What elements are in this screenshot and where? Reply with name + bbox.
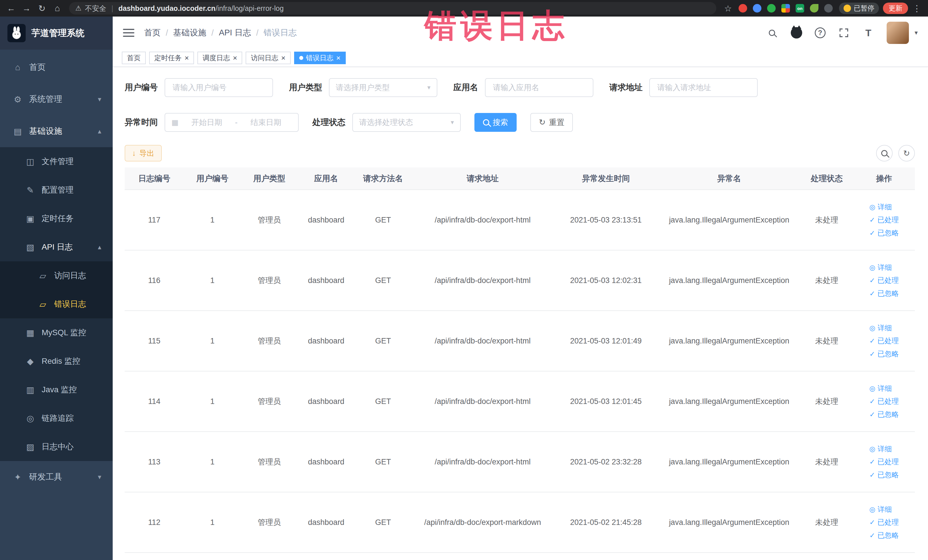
bookmark-star-icon[interactable]: ☆ bbox=[721, 2, 735, 15]
close-icon[interactable]: × bbox=[233, 54, 237, 62]
sidebar-item-home[interactable]: ⌂首页 bbox=[0, 51, 113, 83]
sidebar-item-redis-monitor[interactable]: ◆Redis 监控 bbox=[0, 347, 113, 375]
breadcrumb-item[interactable]: 首页 bbox=[144, 27, 160, 38]
infra-icon: ▤ bbox=[11, 127, 24, 136]
reset-button[interactable]: ↻ 重置 bbox=[530, 113, 573, 132]
extension-leaf-icon[interactable] bbox=[810, 4, 818, 12]
api-log-icon: ▧ bbox=[24, 242, 37, 252]
github-icon[interactable] bbox=[791, 27, 802, 38]
back-icon[interactable]: ← bbox=[4, 2, 18, 15]
breadcrumb: 首页/基础设施/API 日志/错误日志 bbox=[144, 27, 297, 38]
check-icon: ✓ bbox=[869, 290, 875, 297]
extension-paw-icon[interactable] bbox=[824, 4, 833, 12]
update-button[interactable]: 更新 bbox=[883, 3, 908, 14]
sidebar-item-file-mgmt[interactable]: ◫文件管理 bbox=[0, 147, 113, 176]
sidebar-toggle-icon[interactable] bbox=[123, 29, 134, 37]
close-icon[interactable]: × bbox=[281, 54, 285, 62]
user-avatar[interactable] bbox=[887, 22, 909, 44]
top-navbar: 首页/基础设施/API 日志/错误日志 ? T ▾ bbox=[113, 17, 928, 49]
user-id-label: 用户编号 bbox=[125, 82, 158, 93]
sidebar-item-config-mgmt[interactable]: ✎配置管理 bbox=[0, 176, 113, 204]
select-placeholder: 请选择处理状态 bbox=[359, 117, 413, 128]
extension-grid-icon[interactable] bbox=[781, 4, 790, 12]
fullscreen-icon[interactable] bbox=[838, 26, 850, 39]
home-icon[interactable]: ⌂ bbox=[50, 2, 64, 15]
processed-link[interactable]: ✓已处理 bbox=[869, 456, 899, 467]
cell-id: 112 bbox=[125, 492, 184, 552]
user-id-input[interactable] bbox=[165, 78, 273, 97]
processed-link[interactable]: ✓已处理 bbox=[869, 517, 899, 528]
breadcrumb-item[interactable]: API 日志 bbox=[219, 27, 251, 38]
file-icon: ◫ bbox=[24, 157, 37, 166]
sidebar-item-access-log[interactable]: ▱访问日志 bbox=[0, 261, 113, 290]
help-icon[interactable]: ? bbox=[815, 27, 826, 38]
sidebar-item-infrastructure[interactable]: ▤基础设施▴ bbox=[0, 115, 113, 147]
user-type-select[interactable]: 请选择用户类型 ▾ bbox=[329, 78, 437, 97]
chevron-up-icon: ▴ bbox=[98, 243, 101, 251]
search-icon[interactable] bbox=[766, 26, 778, 39]
font-size-icon[interactable]: T bbox=[862, 26, 875, 39]
breadcrumb-item[interactable]: 基础设施 bbox=[173, 27, 206, 38]
extension-green-icon[interactable] bbox=[767, 4, 776, 12]
process-status-select[interactable]: 请选择处理状态 ▾ bbox=[352, 113, 461, 132]
tab-job-log[interactable]: 调度日志× bbox=[197, 52, 242, 64]
check-icon: ✓ bbox=[869, 217, 875, 223]
app-name-label: 应用名 bbox=[453, 82, 478, 93]
close-icon[interactable]: × bbox=[336, 54, 340, 62]
emoji-face-icon bbox=[844, 5, 851, 12]
close-icon[interactable]: × bbox=[185, 54, 189, 62]
sidebar-item-trace[interactable]: ◎链路追踪 bbox=[0, 404, 113, 432]
ignored-link[interactable]: ✓已忽略 bbox=[869, 409, 899, 420]
processed-link[interactable]: ✓已处理 bbox=[869, 336, 899, 346]
detail-link[interactable]: ◎详细 bbox=[869, 504, 892, 515]
security-label[interactable]: 不安全 bbox=[85, 4, 107, 13]
detail-link[interactable]: ◎详细 bbox=[869, 202, 892, 212]
extension-drop-icon[interactable] bbox=[753, 4, 762, 12]
detail-link[interactable]: ◎详细 bbox=[869, 262, 892, 273]
app-title: 芋道管理系统 bbox=[31, 27, 84, 39]
sidebar-item-api-log[interactable]: ▧API 日志▴ bbox=[0, 233, 113, 261]
ignored-link[interactable]: ✓已忽略 bbox=[869, 470, 899, 481]
address-bar[interactable]: ⚠ 不安全 | dashboard.yudao.iocoder.cn/infra… bbox=[69, 2, 716, 15]
sidebar-item-log-center[interactable]: ▨日志中心 bbox=[0, 432, 113, 461]
cell-actions: ◎详细✓已处理✓已忽略 bbox=[853, 371, 915, 432]
tab-access-log[interactable]: 访问日志× bbox=[246, 52, 290, 64]
cell-exception: java.lang.IllegalArgumentException bbox=[658, 311, 800, 371]
processed-link[interactable]: ✓已处理 bbox=[869, 275, 899, 286]
app-logo[interactable]: 芋道管理系统 bbox=[0, 17, 113, 50]
sidebar-item-mysql-monitor[interactable]: ▦MySQL 监控 bbox=[0, 318, 113, 347]
breadcrumb-separator: / bbox=[166, 28, 168, 38]
request-url-input[interactable] bbox=[649, 78, 758, 97]
ignored-link[interactable]: ✓已忽略 bbox=[869, 227, 899, 238]
sidebar-item-system-mgmt[interactable]: ⚙系统管理▾ bbox=[0, 83, 113, 115]
chevron-down-icon[interactable]: ▾ bbox=[914, 29, 918, 37]
ignored-link[interactable]: ✓已忽略 bbox=[869, 530, 899, 541]
sidebar-item-java-monitor[interactable]: ▥Java 监控 bbox=[0, 375, 113, 404]
paused-badge[interactable]: 已暂停 bbox=[839, 3, 879, 14]
reload-icon[interactable]: ↻ bbox=[35, 2, 49, 15]
browser-menu-icon[interactable]: ⋮ bbox=[910, 2, 924, 15]
export-button[interactable]: ↓ 导出 bbox=[125, 145, 162, 162]
tab-home[interactable]: 首页 bbox=[122, 52, 146, 64]
refresh-button[interactable]: ↻ bbox=[898, 145, 915, 162]
search-button[interactable]: 搜索 bbox=[475, 113, 517, 132]
sidebar-item-scheduled-task[interactable]: ▣定时任务 bbox=[0, 204, 113, 233]
extension-vpn-icon[interactable]: on bbox=[796, 4, 804, 12]
hide-search-button[interactable] bbox=[876, 145, 893, 162]
ignored-link[interactable]: ✓已忽略 bbox=[869, 349, 899, 359]
sidebar-item-error-log[interactable]: ▱错误日志 bbox=[0, 290, 113, 318]
app-name-input[interactable] bbox=[485, 78, 594, 97]
processed-link[interactable]: ✓已处理 bbox=[869, 396, 899, 407]
extension-adblock-icon[interactable] bbox=[739, 4, 747, 12]
forward-icon[interactable]: → bbox=[20, 2, 34, 15]
ignored-link[interactable]: ✓已忽略 bbox=[869, 288, 899, 299]
detail-link[interactable]: ◎详细 bbox=[869, 323, 892, 334]
processed-link[interactable]: ✓已处理 bbox=[869, 215, 899, 225]
cell-app: dashboard bbox=[298, 311, 355, 371]
sidebar-item-dev-tools[interactable]: ✦研发工具▾ bbox=[0, 461, 113, 493]
detail-link[interactable]: ◎详细 bbox=[869, 383, 892, 394]
detail-link[interactable]: ◎详细 bbox=[869, 444, 892, 455]
tab-error-log[interactable]: 错误日志× bbox=[294, 52, 346, 64]
tab-scheduled-task[interactable]: 定时任务× bbox=[149, 52, 194, 64]
exception-time-range[interactable]: ▦ 开始日期 - 结束日期 bbox=[165, 113, 299, 132]
